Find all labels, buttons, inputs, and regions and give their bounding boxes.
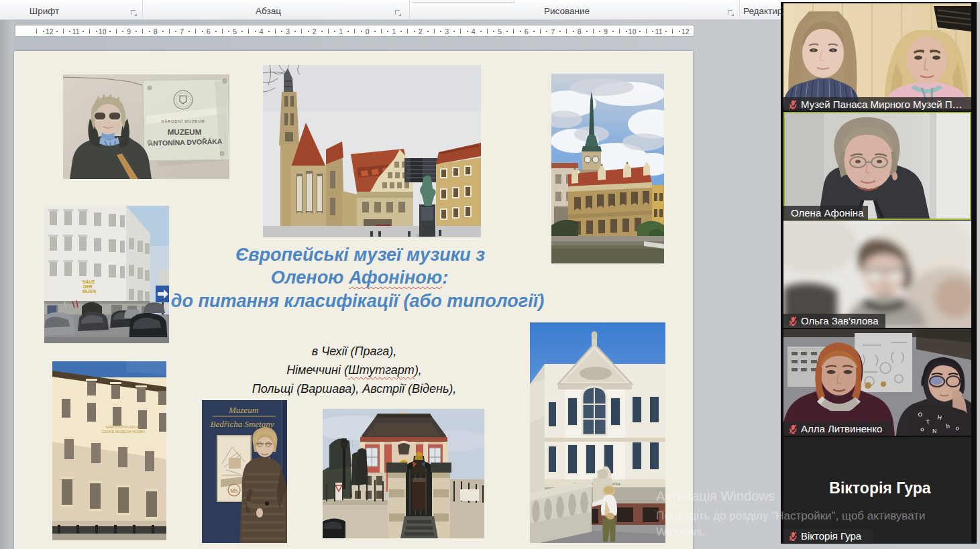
svg-text:MS: MS — [230, 488, 238, 494]
svg-text:ČESKÉ MUZEUM HUDBY: ČESKÉ MUZEUM HUDBY — [101, 430, 145, 434]
svg-text:O: O — [918, 411, 923, 418]
svg-text:MUZEUM: MUZEUM — [168, 128, 201, 136]
svg-text:NÁRODNÍ MUZEUM: NÁRODNÍ MUZEUM — [105, 425, 140, 429]
svg-text:N: N — [932, 428, 937, 434]
svg-text:Вікторія Гура: Вікторія Гура — [829, 479, 930, 497]
svg-text:NÁRODNÍ MUZEUM: NÁRODNÍ MUZEUM — [161, 119, 205, 123]
svg-text:Muzeum: Muzeum — [228, 405, 258, 415]
